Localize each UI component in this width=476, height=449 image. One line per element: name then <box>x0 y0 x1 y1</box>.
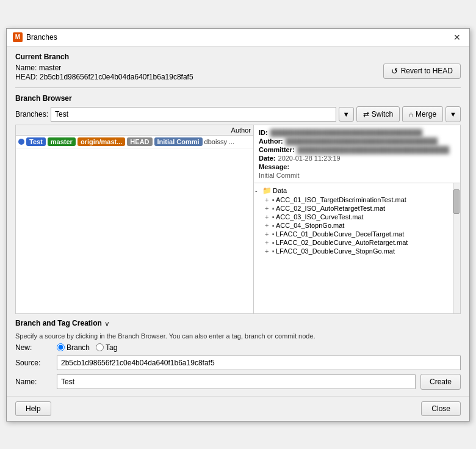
message-row: Message: <box>259 163 455 170</box>
tag-head: HEAD <box>127 137 152 146</box>
dialog-footer: Help Close <box>7 396 469 421</box>
branch-row: Branches: ▼ ⇄ Switch ⑃ Merge ▼ <box>15 106 461 122</box>
new-row: New: Branch Tag <box>15 343 461 352</box>
file-name-2: ACC_02_ISO_AutoRetargetTest.mat <box>276 205 385 212</box>
file-plus-icon-3: + <box>265 213 271 221</box>
close-icon[interactable]: ✕ <box>451 32 463 42</box>
tree-file-1[interactable]: + ▪ ACC_01_ISO_TargetDiscriminationTest.… <box>255 195 452 204</box>
tree-minus-icon: - <box>255 187 261 194</box>
branch-tag-header[interactable]: Branch and Tag Creation ∨ <box>15 319 461 329</box>
date-label: Date: <box>259 155 276 162</box>
tag-radio-label[interactable]: Tag <box>96 343 117 352</box>
tree-file-3[interactable]: + ▪ ACC_03_ISO_CurveTest.mat <box>255 213 452 221</box>
divider-1 <box>15 87 461 88</box>
author-row: Author: ████████████████████████████████ <box>259 137 455 145</box>
tag-origin: origin/mast... <box>78 137 125 146</box>
title-bar-left: M Branches <box>13 32 57 42</box>
commit-item[interactable]: Test master origin/mast... HEAD Initial … <box>16 136 253 148</box>
tree-file-6[interactable]: + ▪ LFACC_02_DoubleCurve_AutoRetarget.ma… <box>255 238 452 247</box>
matlab-icon: M <box>13 32 23 42</box>
tree-file-5[interactable]: + ▪ LFACC_01_DoubleCurve_DecelTarget.mat <box>255 230 452 238</box>
file-name-1: ACC_01_ISO_TargetDiscriminationTest.mat <box>276 196 406 203</box>
file-plus-icon-5: + <box>265 230 271 238</box>
message-label: Message: <box>259 163 289 170</box>
current-branch-row: Name: master HEAD: 2b5cb1d98656f21c0e4b0… <box>15 64 461 81</box>
new-label: New: <box>15 343 52 352</box>
current-branch-info: Name: master HEAD: 2b5cb1d98656f21c0e4b0… <box>15 64 193 81</box>
tree-root[interactable]: - 📁 Data <box>255 186 452 195</box>
file-name-7: LFACC_03_DoubleCurve_StopnGo.mat <box>276 247 395 255</box>
switch-icon: ⇄ <box>363 110 369 119</box>
name-input[interactable] <box>57 374 416 389</box>
author-header: Author <box>231 126 251 134</box>
branches-dropdown-button[interactable]: ▼ <box>339 107 354 122</box>
scrollbar-thumb[interactable] <box>453 189 460 214</box>
merge-icon: ⑃ <box>409 110 413 119</box>
dialog-close-button[interactable]: Close <box>421 401 461 416</box>
tag-master: master <box>48 137 76 146</box>
file-icon-2: ▪ <box>272 205 275 212</box>
metadata-section: ID: ████████████████████████████████ Aut… <box>254 125 460 183</box>
file-name-3: ACC_03_ISO_CurveTest.mat <box>276 213 364 221</box>
file-name-4: ACC_04_StopnGo.mat <box>276 222 345 229</box>
switch-btn-label: Switch <box>372 110 393 119</box>
tree-file-7[interactable]: + ▪ LFACC_03_DoubleCurve_StopnGo.mat <box>255 247 452 255</box>
title-bar: M Branches ✕ <box>7 29 469 46</box>
branch-tag-title: Branch and Tag Creation <box>15 319 102 327</box>
name-label: Name: <box>15 64 37 72</box>
dialog-content: Current Branch Name: master HEAD: 2b5cb1… <box>7 46 469 396</box>
current-branch-title: Current Branch <box>15 53 461 61</box>
file-name-6: LFACC_02_DoubleCurve_AutoRetarget.mat <box>276 239 408 246</box>
file-icon-1: ▪ <box>272 196 275 203</box>
commit-details-panel: ID: ████████████████████████████████ Aut… <box>254 125 460 313</box>
file-icon-6: ▪ <box>272 239 275 246</box>
revert-btn-label: Revert to HEAD <box>401 67 453 75</box>
tree-file-4[interactable]: + ▪ ACC_04_StopnGo.mat <box>255 221 452 230</box>
create-button[interactable]: Create <box>420 374 461 390</box>
help-button[interactable]: Help <box>15 401 51 416</box>
file-icon-5: ▪ <box>272 230 275 238</box>
tree-file-2[interactable]: + ▪ ACC_02_ISO_AutoRetargetTest.mat <box>255 204 452 213</box>
id-value: ████████████████████████████████ <box>270 129 422 136</box>
message-value-row: Initial Commit <box>259 172 455 179</box>
revert-to-head-button[interactable]: ↺ Revert to HEAD <box>383 64 461 79</box>
file-icon-3: ▪ <box>272 213 275 221</box>
file-tree-section[interactable]: - 📁 Data + ▪ ACC_01_ISO_TargetDiscrimina… <box>254 183 453 313</box>
author-value: ████████████████████████████████ <box>286 137 438 145</box>
message-value: Initial Commit <box>259 172 300 179</box>
file-name-5: LFACC_01_DoubleCurve_DecelTarget.mat <box>276 230 404 238</box>
branch-radio-label[interactable]: Branch <box>57 343 90 352</box>
merge-btn-label: Merge <box>416 110 436 119</box>
date-value: 2020-01-28 11:23:19 <box>278 155 341 162</box>
commit-dot <box>18 139 24 145</box>
commit-author: dboissy ... <box>204 138 235 145</box>
file-plus-icon-7: + <box>265 247 271 255</box>
head-line: HEAD: 2b5cb1d98656f21c0e4b04da640f1b6a19… <box>15 73 193 81</box>
source-label: Source: <box>15 359 52 367</box>
name-row: Name: Create <box>15 374 461 390</box>
browser-panels: Author Test master origin/mast... HEAD I… <box>15 125 461 314</box>
file-plus-icon-6: + <box>265 239 271 246</box>
committer-label: Committer: <box>259 146 295 153</box>
file-plus-icon-2: + <box>265 205 271 212</box>
more-options-button[interactable]: ▼ <box>445 106 461 122</box>
branches-input[interactable] <box>51 107 336 122</box>
date-row: Date: 2020-01-28 11:23:19 <box>259 155 455 162</box>
id-row: ID: ████████████████████████████████ <box>259 129 455 136</box>
tag-test: Test <box>26 137 46 146</box>
source-input[interactable] <box>57 356 461 370</box>
tag-initial: Initial Commi <box>154 137 203 146</box>
branch-browser-title: Branch Browser <box>15 94 461 103</box>
tag-radio-text: Tag <box>106 343 117 352</box>
branch-radio[interactable] <box>57 343 65 351</box>
merge-button[interactable]: ⑃ Merge <box>402 106 443 122</box>
committer-value: ████████████████████████████████ <box>297 146 449 153</box>
tag-radio[interactable] <box>96 343 104 351</box>
author-label: Author: <box>259 137 283 145</box>
branch-browser-section: Branch Browser Branches: ▼ ⇄ Switch ⑃ Me… <box>15 94 461 314</box>
radio-group: Branch Tag <box>57 343 117 352</box>
commit-list[interactable]: Test master origin/mast... HEAD Initial … <box>16 136 253 313</box>
head-value: 2b5cb1d98656f21c0e4b04da640f1b6a19c8faf5 <box>40 73 193 81</box>
commit-list-header: Author <box>16 125 253 136</box>
switch-button[interactable]: ⇄ Switch <box>356 106 400 122</box>
